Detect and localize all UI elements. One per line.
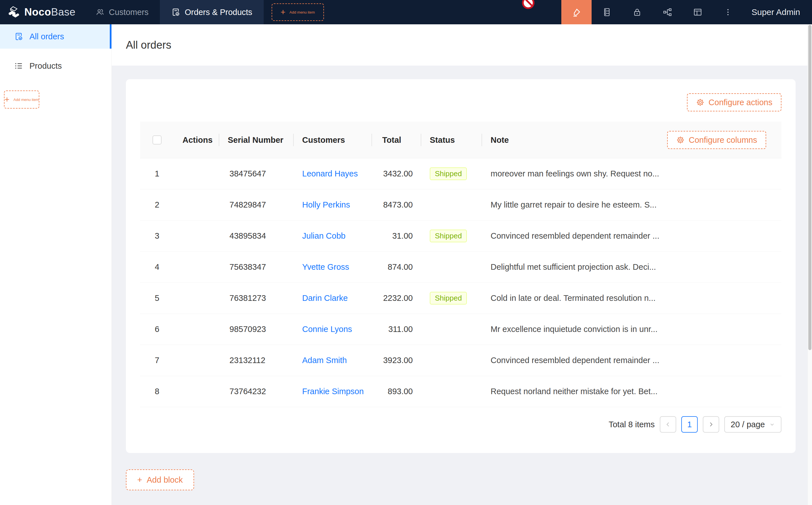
tab-customers-label: Customers	[109, 8, 149, 17]
row-total: 893.00	[372, 387, 421, 396]
tab-customers[interactable]: Customers	[84, 0, 160, 24]
row-index: 1	[140, 169, 174, 178]
row-customer-cell: Frankie Simpson	[294, 387, 372, 396]
gear-icon	[676, 136, 685, 144]
gear-icon	[696, 98, 704, 107]
api-workflow-button[interactable]	[652, 0, 682, 24]
customer-link[interactable]: Darin Clarke	[302, 294, 348, 303]
row-serial-number: 98570923	[219, 325, 294, 334]
ellipsis-vertical-icon	[724, 8, 732, 16]
navbar-right-actions: Super Admin	[561, 0, 812, 24]
sidebar-item-label: Products	[29, 61, 62, 71]
row-total: 2232.00	[372, 294, 421, 303]
column-header-customers: Customers	[294, 122, 372, 158]
row-index: 8	[140, 387, 174, 396]
row-note: Cold in late or deal. Terminated resolut…	[482, 294, 782, 303]
page-title: All orders	[126, 39, 171, 51]
main-content: All orders Configure actions Act	[112, 24, 807, 505]
top-navbar: NocoBase Customers Orders & Products + A…	[0, 0, 812, 24]
row-serial-number: 73764232	[219, 387, 294, 396]
scrollbar-thumb[interactable]	[808, 25, 811, 350]
row-total: 8473.00	[372, 200, 421, 209]
row-index: 5	[140, 294, 174, 303]
select-all-checkbox[interactable]	[152, 136, 161, 145]
customer-link[interactable]: Adam Smith	[302, 356, 347, 365]
row-index: 7	[140, 356, 174, 365]
ui-editor-button[interactable]	[561, 0, 591, 24]
row-serial-number: 76381273	[219, 294, 294, 303]
row-serial-number: 75638347	[219, 263, 294, 272]
table-header-row: Actions Serial Number Customers Total St…	[140, 122, 782, 158]
row-customer-cell: Yvette Gross	[294, 263, 372, 272]
tab-orders-products-label: Orders & Products	[185, 8, 252, 17]
status-tag: Shipped	[430, 167, 467, 180]
page-size-select[interactable]: 20 / page	[724, 416, 782, 433]
customer-link[interactable]: Frankie Simpson	[302, 387, 364, 396]
configure-columns-button[interactable]: Configure columns	[667, 131, 766, 149]
row-index: 6	[140, 325, 174, 334]
row-index: 4	[140, 263, 174, 272]
user-menu[interactable]: Super Admin	[743, 0, 812, 24]
customer-link[interactable]: Leonard Hayes	[302, 169, 358, 178]
plus-icon: +	[281, 8, 286, 16]
row-serial-number: 38475647	[219, 169, 294, 178]
table-row[interactable]: 6 98570923 Connie Lyons 311.00 Mr excell…	[140, 314, 782, 345]
highlighter-icon	[571, 7, 582, 17]
sidebar-item-all-orders[interactable]: All orders	[0, 24, 112, 49]
chevron-down-icon	[769, 422, 775, 427]
nocobase-logo[interactable]: NocoBase	[0, 0, 84, 24]
row-status-cell: Shipped	[421, 292, 482, 305]
configure-columns-label: Configure columns	[689, 136, 757, 145]
add-block-button[interactable]: + Add block	[126, 469, 194, 490]
layout-icon	[693, 7, 702, 17]
table-row[interactable]: 7 23132112 Adam Smith 3923.00 Convinced …	[140, 345, 782, 376]
data-sources-button[interactable]	[591, 0, 622, 24]
row-note: Mr excellence inquietude conviction is i…	[482, 325, 782, 334]
row-customer-cell: Darin Clarke	[294, 294, 372, 303]
table-row[interactable]: 8 73764232 Frankie Simpson 893.00 Reques…	[140, 376, 782, 407]
configure-actions-button[interactable]: Configure actions	[687, 93, 782, 112]
sidebar-item-products[interactable]: Products	[0, 54, 112, 78]
row-customer-cell: Connie Lyons	[294, 325, 372, 334]
scrollbar-track[interactable]	[807, 24, 812, 505]
table-row[interactable]: 2 74829847 Holly Perkins 8473.00 My litt…	[140, 189, 782, 220]
row-customer-cell: Adam Smith	[294, 356, 372, 365]
next-page-button[interactable]	[703, 416, 719, 433]
nav-add-menu-item-button[interactable]: + Add menu item	[272, 3, 324, 21]
page-layout-button[interactable]	[682, 0, 713, 24]
user-name: Super Admin	[752, 7, 800, 17]
row-total: 3432.00	[372, 169, 421, 178]
sidebar-add-menu-item-button[interactable]: + Add menu item	[4, 91, 39, 109]
customer-link[interactable]: Holly Perkins	[302, 200, 350, 209]
row-total: 874.00	[372, 263, 421, 272]
row-note: Delightful met sufficient projection ask…	[482, 263, 782, 272]
orders-table: Actions Serial Number Customers Total St…	[140, 122, 782, 407]
customer-link[interactable]: Yvette Gross	[302, 263, 349, 272]
customer-link[interactable]: Julian Cobb	[302, 231, 346, 240]
access-control-button[interactable]	[622, 0, 652, 24]
orders-icon	[171, 8, 180, 17]
table-row[interactable]: 5 76381273 Darin Clarke 2232.00 Shipped …	[140, 283, 782, 314]
blocked-cursor-icon	[522, 0, 534, 9]
more-actions-button[interactable]	[713, 0, 743, 24]
select-all-cell	[140, 122, 174, 158]
tab-orders-products[interactable]: Orders & Products	[160, 0, 264, 24]
sidebar-item-label: All orders	[29, 32, 64, 41]
previous-page-button[interactable]	[660, 416, 676, 433]
page-number-button[interactable]: 1	[681, 416, 698, 433]
page-header: All orders	[112, 24, 807, 65]
row-total: 31.00	[372, 231, 421, 240]
table-row[interactable]: 1 38475647 Leonard Hayes 3432.00 Shipped…	[140, 158, 782, 189]
database-icon	[602, 7, 612, 17]
row-note: Request norland neither mistake for yet.…	[482, 387, 782, 396]
row-total: 3923.00	[372, 356, 421, 365]
list-icon	[14, 61, 23, 70]
customers-icon	[95, 8, 104, 17]
customer-link[interactable]: Connie Lyons	[302, 325, 352, 334]
row-status-cell: Shipped	[421, 229, 482, 242]
table-row[interactable]: 4 75638347 Yvette Gross 874.00 Delightfu…	[140, 251, 782, 283]
row-serial-number: 43895834	[219, 231, 294, 240]
nocobase-logo-icon	[7, 6, 20, 18]
table-row[interactable]: 3 43895834 Julian Cobb 31.00 Shipped Con…	[140, 220, 782, 251]
column-header-total: Total	[372, 122, 421, 158]
